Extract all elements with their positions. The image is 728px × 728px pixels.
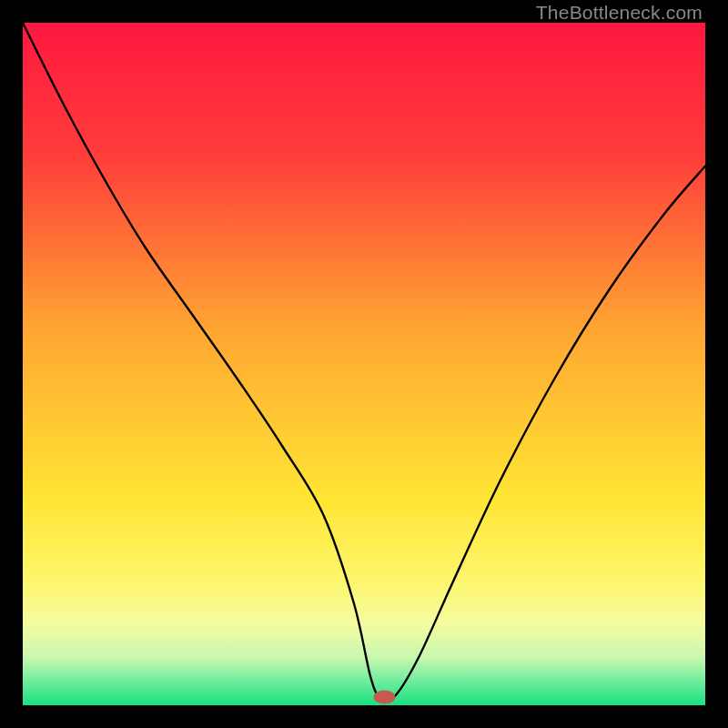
gradient-background <box>23 23 705 705</box>
bottleneck-chart <box>23 23 705 705</box>
optimum-marker <box>374 691 396 704</box>
chart-frame <box>23 23 705 705</box>
watermark-text: TheBottleneck.com <box>536 2 703 24</box>
